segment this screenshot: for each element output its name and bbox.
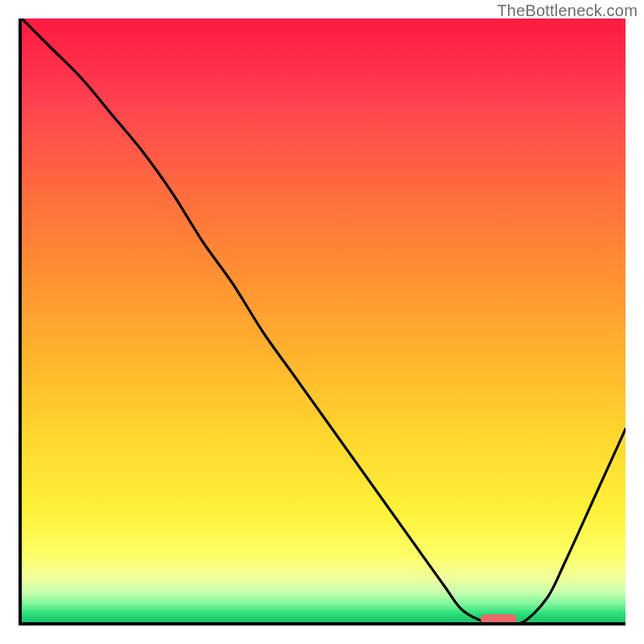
plot-area xyxy=(19,19,625,625)
optimal-range-marker xyxy=(481,614,517,624)
watermark-text: TheBottleneck.com xyxy=(497,2,638,20)
bottleneck-curve xyxy=(22,19,625,622)
chart-container: TheBottleneck.com xyxy=(0,0,644,644)
